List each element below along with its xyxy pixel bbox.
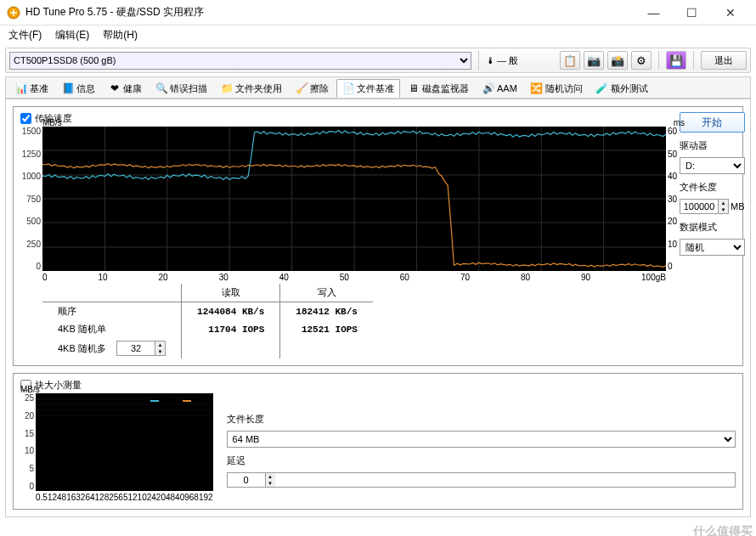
tab-icon: 🧪 — [596, 82, 608, 94]
menu-help[interactable]: 帮助(H) — [98, 26, 143, 44]
app-icon — [7, 6, 20, 20]
transfer-speed-chart: MB/s ms 1500125010007505002500 605040302… — [42, 127, 666, 271]
tab-0[interactable]: 📊基准 — [9, 79, 54, 98]
copy-button[interactable]: 📋 — [560, 51, 580, 70]
minimize-button[interactable]: — — [635, 1, 673, 25]
temperature-display: 🌡 — 般 — [486, 54, 518, 67]
tab-icon: 🔀 — [531, 82, 543, 94]
table-header-row: 读取 写入 — [42, 284, 373, 302]
file-length-label: 文件长度 — [680, 181, 745, 194]
tab-icon: 📁 — [221, 82, 233, 94]
x-axis-labels: 0102030405060708090100gB — [42, 271, 666, 282]
transfer-speed-check[interactable] — [20, 113, 31, 124]
blocksize-checkbox[interactable]: 块大小测量 — [20, 379, 213, 392]
transfer-speed-checkbox[interactable]: 传输速度 — [20, 112, 666, 125]
maximize-button[interactable]: ☐ — [673, 1, 711, 25]
blocksize-section: 块大小测量 MB/s 读取 写入 2520151050 0.5124816326… — [13, 373, 743, 510]
menu-edit[interactable]: 编辑(E) — [50, 26, 94, 44]
tab-icon: 🔍 — [155, 82, 167, 94]
y-axis-labels: 1500125010007505002500 — [20, 127, 41, 271]
chart-legend: 读取 写入 — [150, 395, 210, 407]
queue-depth-spinner[interactable]: ▲▼ — [116, 341, 166, 356]
tab-icon: 📄 — [342, 82, 354, 94]
watermark: 什么值得买 — [693, 524, 753, 536]
tab-icon: 📘 — [62, 82, 74, 94]
drive-label: 驱动器 — [680, 139, 745, 152]
tab-8[interactable]: 🔊AAM — [477, 79, 523, 98]
tab-icon: ❤ — [109, 82, 121, 94]
spin-down-icon[interactable]: ▼ — [155, 348, 165, 355]
y2-axis-labels: 6050403020100 — [668, 127, 685, 271]
toolbar: CT500P1SSD8 (500 gB) 🌡 — 般 📋 📷 📸 ⚙ 💾 退出 — [5, 48, 751, 73]
save-button[interactable]: 💾 — [666, 51, 686, 70]
tab-bar: 📊基准📘信息❤健康🔍错误扫描📁文件夹使用🧹擦除📄文件基准🖥磁盘监视器🔊AAM🔀随… — [5, 76, 751, 99]
close-button[interactable]: ✕ — [711, 1, 749, 25]
tab-4[interactable]: 📁文件夹使用 — [215, 79, 288, 98]
transfer-speed-section: 传输速度 MB/s ms 1500125010007505002500 6050… — [13, 106, 743, 366]
table-row: 4KB 随机多 ▲▼ — [42, 338, 373, 358]
data-mode-select[interactable]: 随机 — [680, 239, 745, 256]
blocksize-controls: 文件长度 64 MB 延迟 ▲▼ — [213, 379, 736, 502]
table-row: 顺序 1244084 KB/s 182412 KB/s — [42, 302, 373, 321]
blocksize-chart: MB/s 读取 写入 2520151050 — [36, 393, 213, 491]
drive-select[interactable]: CT500P1SSD8 (500 gB) — [9, 52, 471, 70]
tab-icon: 🖥 — [408, 82, 420, 94]
tab-2[interactable]: ❤健康 — [103, 79, 148, 98]
main-panel: 传输速度 MB/s ms 1500125010007505002500 6050… — [5, 99, 751, 517]
tab-icon: 📊 — [15, 82, 27, 94]
delay-spinner[interactable]: ▲▼ — [227, 472, 736, 488]
file-length-spinner[interactable]: ▲▼ — [680, 199, 729, 214]
data-mode-label: 数据模式 — [680, 221, 745, 234]
tab-6[interactable]: 📄文件基准 — [336, 79, 400, 98]
tab-5[interactable]: 🧹擦除 — [290, 79, 335, 98]
exit-button[interactable]: 退出 — [701, 51, 747, 70]
tab-7[interactable]: 🖥磁盘监视器 — [402, 79, 475, 98]
tab-1[interactable]: 📘信息 — [56, 79, 101, 98]
table-row: 4KB 随机单 11704 IOPS 12521 IOPS — [42, 320, 373, 338]
results-table: 读取 写入 顺序 1244084 KB/s 182412 KB/s 4KB 随机… — [42, 284, 666, 358]
menubar: 文件(F) 编辑(E) 帮助(H) — [0, 25, 756, 44]
menu-file[interactable]: 文件(F) — [3, 26, 47, 44]
tab-3[interactable]: 🔍错误扫描 — [150, 79, 213, 98]
y-axis-unit: MB/s — [42, 118, 62, 127]
tab-10[interactable]: 🧪额外测试 — [590, 79, 654, 98]
spin-up-icon[interactable]: ▲ — [155, 341, 165, 348]
titlebar: HD Tune Pro 5.75 - 硬盘/SSD 实用程序 — ☐ ✕ — [0, 0, 756, 25]
options-button[interactable]: ⚙ — [631, 51, 652, 70]
tab-9[interactable]: 🔀随机访问 — [525, 79, 589, 98]
screenshot-button[interactable]: 📷 — [584, 51, 604, 70]
blocksize-length-select[interactable]: 64 MB — [227, 431, 736, 448]
start-button[interactable]: 开始 — [680, 112, 745, 133]
drive-letter-select[interactable]: D: — [680, 157, 745, 174]
window-title: HD Tune Pro 5.75 - 硬盘/SSD 实用程序 — [25, 5, 635, 20]
tab-icon: 🔊 — [482, 82, 494, 94]
snapshot-button[interactable]: 📸 — [607, 51, 628, 70]
tab-icon: 🧹 — [296, 82, 307, 94]
